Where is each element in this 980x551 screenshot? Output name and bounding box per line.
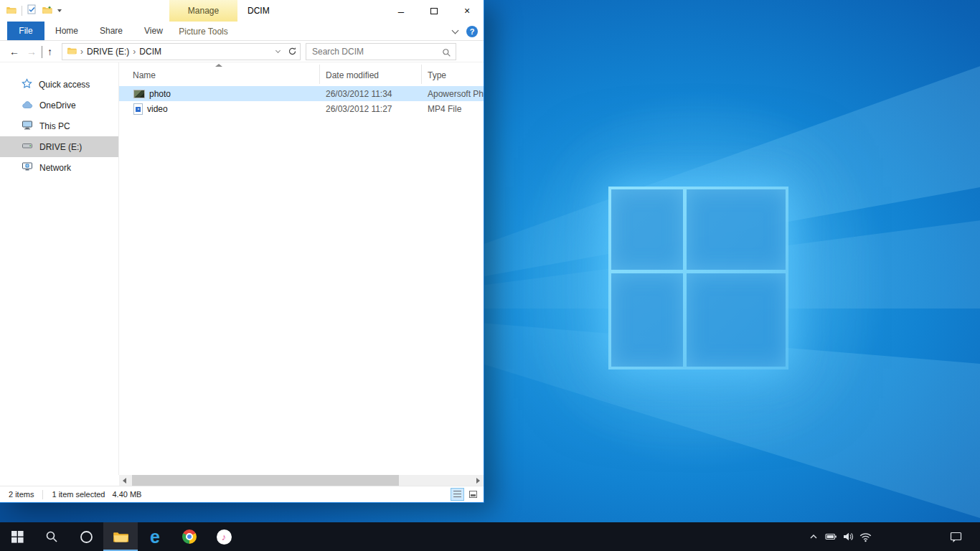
taskbar-file-explorer-button[interactable] <box>103 522 138 551</box>
sidebar-item-label: This PC <box>39 121 70 131</box>
titlebar[interactable]: Manage DCIM – × <box>0 0 484 22</box>
battery-icon[interactable] <box>822 522 839 551</box>
customize-toolbar-chevron-icon[interactable] <box>57 9 62 12</box>
toolbar-separator <box>22 6 22 16</box>
search-icon[interactable] <box>442 47 451 60</box>
speaker-icon[interactable] <box>839 522 857 551</box>
scroll-right-arrow-icon[interactable] <box>476 478 480 484</box>
action-center-icon <box>950 531 962 543</box>
recent-locations-chevron-icon[interactable] <box>42 46 42 57</box>
system-tray <box>805 522 874 551</box>
windows-logo-pane <box>687 273 786 367</box>
quick-access-toolbar <box>6 0 62 22</box>
cortana-button[interactable] <box>69 522 103 551</box>
photo-file-icon <box>133 90 145 98</box>
expand-ribbon-chevron-icon[interactable] <box>452 27 459 34</box>
large-icons-view-icon <box>469 491 477 498</box>
explorer-main-area: Quick access OneDrive This PC DRIVE (E:) <box>0 62 484 475</box>
sidebar-item-label: OneDrive <box>39 100 76 110</box>
tab-share[interactable]: Share <box>89 22 133 40</box>
wifi-icon[interactable] <box>857 522 874 551</box>
search-input[interactable] <box>306 44 456 60</box>
ribbon-tab-row: File Home Share View Picture Tools ? <box>0 22 484 41</box>
taskbar-search-button[interactable] <box>34 522 69 551</box>
hidden-icons-chevron-icon[interactable] <box>805 522 822 551</box>
selection-count: 1 item selected <box>52 490 105 499</box>
refresh-icon[interactable] <box>288 47 297 56</box>
items-count: 2 items <box>9 490 34 499</box>
new-folder-icon[interactable] <box>42 4 52 17</box>
windows-start-icon <box>11 531 24 543</box>
column-header-name[interactable]: Name <box>119 65 320 84</box>
view-toggles <box>451 488 480 501</box>
windows-logo-pane <box>611 189 683 270</box>
details-view-icon <box>453 491 461 498</box>
properties-icon[interactable] <box>27 4 37 17</box>
sidebar-item-quick-access[interactable]: Quick access <box>0 74 118 95</box>
search-box[interactable] <box>306 43 456 60</box>
address-bar[interactable]: › DRIVE (E:) › DCIM <box>62 43 301 60</box>
large-icons-view-button[interactable] <box>466 488 480 501</box>
taskbar-chrome-button[interactable] <box>172 522 207 551</box>
horizontal-scrollbar[interactable] <box>119 475 484 486</box>
sidebar-item-drive-e[interactable]: DRIVE (E:) <box>0 136 118 157</box>
contextual-tab-group-manage[interactable]: Manage <box>169 0 237 22</box>
address-dropdown-chevron-icon[interactable] <box>275 47 281 52</box>
taskbar-itunes-button[interactable]: ♪ <box>207 522 241 551</box>
sidebar-item-network[interactable]: Network <box>0 157 118 178</box>
taskbar-edge-button[interactable]: e <box>138 522 172 551</box>
back-button[interactable]: ← <box>9 46 19 57</box>
file-row-photo[interactable]: photo 26/03/2012 11:34 Apowersoft Pho <box>119 86 484 101</box>
column-headers: Name Date modified Type <box>119 65 484 84</box>
sidebar-item-onedrive[interactable]: OneDrive <box>0 95 118 116</box>
details-view-button[interactable] <box>451 488 464 501</box>
breadcrumb-separator[interactable]: › <box>80 47 83 57</box>
cortana-circle-icon <box>80 530 93 544</box>
close-button[interactable]: × <box>451 0 484 22</box>
navigation-pane: Quick access OneDrive This PC DRIVE (E:) <box>0 62 119 475</box>
explorer-folder-icon[interactable] <box>6 4 17 17</box>
sidebar-item-this-pc[interactable]: This PC <box>0 116 118 136</box>
star-icon <box>22 78 32 91</box>
music-note-icon: ♪ <box>222 532 227 542</box>
column-header-date-modified[interactable]: Date modified <box>320 65 422 84</box>
action-center-button[interactable] <box>943 522 969 551</box>
drive-icon <box>22 141 33 153</box>
file-date-cell: 26/03/2012 11:34 <box>320 89 422 99</box>
breadcrumb-separator[interactable]: › <box>133 47 136 57</box>
file-explorer-icon <box>113 529 128 543</box>
status-separator <box>42 490 43 499</box>
tab-view[interactable]: View <box>133 22 174 40</box>
tab-picture-tools[interactable]: Picture Tools <box>169 22 237 41</box>
file-explorer-window: Manage DCIM – × File Home Share View Pic… <box>0 0 484 503</box>
breadcrumb-drive[interactable]: DRIVE (E:) <box>87 47 129 57</box>
window-controls: – × <box>385 0 484 22</box>
manage-label: Manage <box>188 6 219 16</box>
file-row-video[interactable]: video 26/03/2012 11:27 MP4 File <box>119 101 484 116</box>
tab-home[interactable]: Home <box>44 22 89 40</box>
windows-logo-pane <box>611 273 683 367</box>
start-button[interactable] <box>0 522 34 551</box>
sidebar-item-label: Quick access <box>39 80 90 90</box>
forward-button[interactable]: → <box>27 46 37 57</box>
minimize-button[interactable]: – <box>385 0 418 22</box>
up-button[interactable]: ↑ <box>47 46 52 57</box>
sidebar-item-label: DRIVE (E:) <box>39 142 82 152</box>
breadcrumb-dcim[interactable]: DCIM <box>139 47 161 57</box>
status-bar: 2 items 1 item selected 4.40 MB <box>0 486 484 502</box>
sidebar-item-label: Network <box>39 163 71 173</box>
file-name: video <box>147 104 168 114</box>
itunes-icon: ♪ <box>217 529 232 545</box>
scroll-left-arrow-icon[interactable] <box>123 478 126 484</box>
network-icon <box>22 161 33 174</box>
help-icon[interactable]: ? <box>466 26 478 37</box>
column-header-type[interactable]: Type <box>422 65 484 84</box>
selection-size: 4.40 MB <box>112 490 141 499</box>
video-file-icon <box>133 103 143 115</box>
computer-icon <box>22 120 33 132</box>
scrollbar-thumb[interactable] <box>132 475 399 486</box>
tab-file[interactable]: File <box>7 22 44 40</box>
cloud-icon <box>22 100 33 111</box>
file-name: photo <box>149 89 171 99</box>
maximize-button[interactable] <box>418 0 451 22</box>
